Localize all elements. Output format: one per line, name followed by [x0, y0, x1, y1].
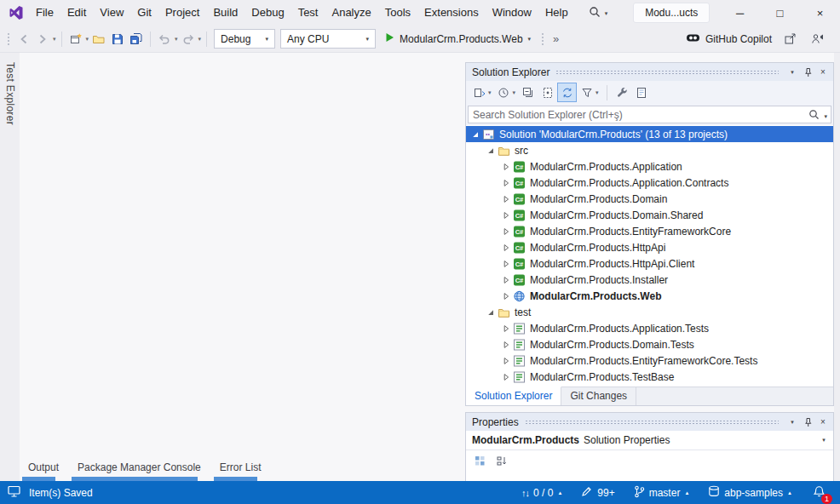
maximize-button[interactable]: □: [760, 0, 800, 26]
close-icon[interactable]: ×: [815, 415, 831, 429]
tree-item-csharp[interactable]: C#ModularCrm.Products.Application.Contra…: [466, 175, 833, 191]
tab-package-manager-console[interactable]: Package Manager Console: [69, 458, 210, 481]
menu-analyze[interactable]: Analyze: [325, 0, 377, 26]
show-all-files-button[interactable]: [538, 83, 556, 101]
tab-solution-explorer[interactable]: Solution Explorer: [466, 387, 561, 405]
toolbar-grip[interactable]: [541, 32, 545, 46]
close-button[interactable]: ×: [800, 0, 840, 26]
navigation-history-caret-icon[interactable]: ▾: [53, 36, 56, 43]
tree-item-folder[interactable]: src: [466, 142, 833, 158]
panel-drag-grip[interactable]: [555, 70, 779, 75]
window-position-caret-icon[interactable]: ▾: [785, 415, 800, 429]
search-icon[interactable]: [808, 109, 820, 123]
pending-edits-button[interactable]: 99+: [581, 485, 614, 500]
expander-closed-icon[interactable]: [500, 355, 511, 366]
tree-item-test[interactable]: ModularCrm.Products.Application.Tests: [466, 320, 833, 336]
expander-closed-icon[interactable]: [500, 290, 511, 301]
menu-debug[interactable]: Debug: [245, 0, 291, 26]
toolbar-overflow-button[interactable]: »: [553, 32, 559, 45]
tree-item-csharp[interactable]: C#ModularCrm.Products.HttpApi: [466, 239, 833, 255]
expander-closed-icon[interactable]: [500, 274, 511, 285]
save-button[interactable]: [108, 29, 127, 49]
redo-button[interactable]: [179, 29, 198, 49]
tree-item-csharp[interactable]: C#ModularCrm.Products.HttpApi.Client: [466, 255, 833, 272]
preview-selected-items-button[interactable]: [633, 83, 651, 101]
expander-closed-icon[interactable]: [500, 323, 511, 334]
expander-open-icon[interactable]: [469, 129, 480, 140]
menu-view[interactable]: View: [93, 0, 130, 26]
close-icon[interactable]: ×: [815, 66, 831, 79]
undo-caret-icon[interactable]: ▾: [175, 36, 178, 43]
pending-changes-filter-button[interactable]: [495, 83, 513, 101]
repository-button[interactable]: abp-samples ▲: [708, 485, 792, 500]
new-project-button[interactable]: [66, 29, 85, 49]
pin-icon[interactable]: [800, 415, 815, 429]
minimize-button[interactable]: ─: [720, 0, 760, 26]
categorized-view-button[interactable]: [471, 452, 489, 470]
tab-test-explorer[interactable]: Test Explorer: [4, 62, 16, 125]
expander-open-icon[interactable]: [485, 145, 496, 156]
expander-closed-icon[interactable]: [500, 177, 511, 188]
panel-drag-grip[interactable]: [525, 420, 779, 425]
expander-closed-icon[interactable]: [500, 209, 511, 220]
expander-closed-icon[interactable]: [500, 371, 511, 382]
tree-item-folder[interactable]: test: [466, 304, 833, 320]
platform-dropdown[interactable]: Any CPU ▾: [280, 29, 376, 49]
save-all-button[interactable]: [127, 29, 146, 49]
expander-closed-icon[interactable]: [500, 193, 511, 204]
filter-button[interactable]: [578, 83, 595, 101]
tab-output[interactable]: Output: [20, 458, 67, 481]
tree-item-csharp[interactable]: C#ModularCrm.Products.Domain.Shared: [466, 207, 833, 223]
toolbar-grip[interactable]: [7, 32, 11, 46]
menu-project[interactable]: Project: [158, 0, 206, 26]
new-project-caret-icon[interactable]: ▾: [86, 36, 89, 43]
solution-explorer-search-input[interactable]: [468, 106, 831, 123]
navigate-back-button[interactable]: [14, 29, 33, 49]
titlebar-search[interactable]: ▾: [585, 4, 612, 22]
configuration-dropdown[interactable]: Debug ▾: [214, 29, 275, 49]
open-file-button[interactable]: [89, 29, 108, 49]
menu-file[interactable]: File: [29, 0, 60, 26]
tree-item-test[interactable]: ModularCrm.Products.TestBase: [466, 369, 833, 385]
feedback-icon[interactable]: [808, 29, 826, 49]
navigate-forward-button[interactable]: [33, 29, 52, 49]
monitor-icon[interactable]: [8, 485, 21, 500]
tab-git-changes[interactable]: Git Changes: [561, 387, 636, 405]
menu-test[interactable]: Test: [291, 0, 325, 26]
undo-button[interactable]: [155, 29, 174, 49]
tab-error-list[interactable]: Error List: [211, 458, 270, 481]
tree-item-csharp[interactable]: C#ModularCrm.Products.Application: [466, 158, 833, 175]
search-options-caret-icon[interactable]: ▾: [824, 113, 827, 119]
menu-extensions[interactable]: Extensions: [417, 0, 486, 26]
properties-object-dropdown[interactable]: ModularCrm.Products Solution Properties …: [466, 431, 833, 450]
collapse-all-button[interactable]: [519, 83, 537, 101]
panel-splitter[interactable]: [465, 406, 834, 412]
redo-caret-icon[interactable]: ▾: [198, 36, 202, 43]
properties-wrench-button[interactable]: [613, 83, 631, 101]
tree-item-test[interactable]: ModularCrm.Products.Domain.Tests: [466, 336, 833, 352]
tree-item-csharp[interactable]: C#ModularCrm.Products.EntityFrameworkCor…: [466, 223, 833, 239]
start-debugging-button[interactable]: ModularCrm.Products.Web ▾: [378, 29, 538, 49]
filter-caret-icon[interactable]: ▾: [595, 89, 599, 96]
notifications-button[interactable]: 1: [811, 486, 826, 500]
expander-closed-icon[interactable]: [500, 226, 511, 237]
menu-edit[interactable]: Edit: [60, 0, 93, 26]
menu-help[interactable]: Help: [538, 0, 575, 26]
pending-changes-caret-icon[interactable]: ▾: [513, 89, 516, 96]
alphabetical-sort-button[interactable]: [493, 452, 511, 470]
window-position-caret-icon[interactable]: ▾: [785, 66, 800, 79]
expander-closed-icon[interactable]: [500, 339, 511, 350]
expander-open-icon[interactable]: [485, 306, 496, 318]
menu-build[interactable]: Build: [206, 0, 245, 26]
tree-item-csharp[interactable]: C#ModularCrm.Products.Installer: [466, 272, 833, 288]
menu-git[interactable]: Git: [130, 0, 158, 26]
git-sync-button[interactable]: ↑↓ 0 / 0 ▲: [521, 487, 562, 499]
expander-closed-icon[interactable]: [500, 161, 511, 172]
menu-window[interactable]: Window: [486, 0, 538, 26]
sync-with-active-document-button[interactable]: [558, 83, 576, 101]
switch-views-button[interactable]: [470, 83, 488, 101]
expander-closed-icon[interactable]: [500, 258, 511, 269]
tree-item-csharp[interactable]: C#ModularCrm.Products.Domain: [466, 191, 833, 207]
git-branch-button[interactable]: master ▲: [634, 485, 690, 501]
share-icon[interactable]: [780, 29, 799, 49]
